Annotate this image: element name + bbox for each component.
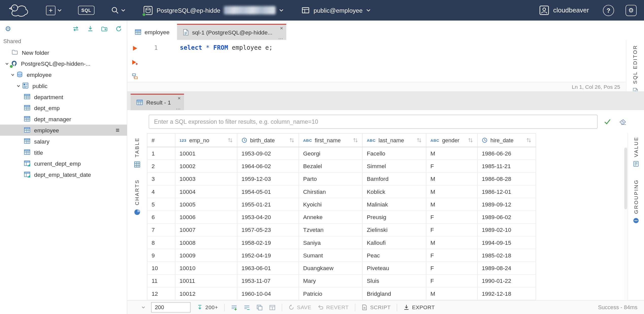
grid-cell[interactable]: Bamford — [363, 172, 426, 185]
grid-cell[interactable]: Bridgland — [363, 287, 426, 300]
tree-item-schema-public[interactable]: public — [0, 80, 127, 91]
delete-row-icon[interactable] — [243, 304, 250, 311]
tree-item-table-title[interactable]: title — [0, 147, 127, 158]
refresh-results-button[interactable] — [134, 304, 145, 310]
column-header-birth_date[interactable]: birth_date — [237, 133, 299, 147]
grid-cell[interactable]: Peac — [363, 249, 426, 262]
grid-cell[interactable]: M — [426, 185, 478, 198]
tab-employee[interactable]: employee — [127, 24, 177, 40]
connection-selector[interactable]: PostgreSQL@ep-hidde — [143, 6, 283, 15]
tab-table-view[interactable]: TABLE — [134, 137, 141, 167]
grid-cell[interactable]: Sluis — [363, 274, 426, 287]
column-header-first_name[interactable]: ABCfirst_name — [299, 133, 362, 147]
grid-cell[interactable]: 10008 — [175, 236, 237, 249]
grid-cell[interactable]: 1994-09-15 — [478, 236, 536, 249]
grid-cell[interactable]: M — [426, 236, 478, 249]
export-button[interactable]: EXPORT — [403, 304, 435, 310]
tree-item-table-department[interactable]: department — [0, 91, 127, 102]
grid-cell[interactable]: 1958-02-19 — [237, 236, 299, 249]
tree-item-database-employee[interactable]: employee — [0, 69, 127, 80]
column-header-emp_no[interactable]: 123emp_no — [175, 133, 237, 147]
sort-icon[interactable] — [468, 138, 473, 143]
grid-cell[interactable]: 1957-05-23 — [237, 223, 299, 236]
navigator-settings-button[interactable]: ⚙ — [5, 24, 11, 33]
search-button[interactable] — [111, 6, 125, 14]
grid-cell[interactable]: 1964-06-02 — [237, 160, 299, 172]
tree-item-new-folder[interactable]: New folder — [0, 47, 127, 58]
tab-value-panel[interactable]: VALUE — [633, 136, 639, 167]
grid-cell[interactable]: 1990-01-22 — [478, 274, 536, 287]
sort-icon[interactable] — [289, 138, 294, 143]
row-number-cell[interactable]: 10 — [147, 262, 175, 274]
row-limit-input[interactable] — [151, 302, 191, 313]
grid-cell[interactable]: Chirstian — [299, 185, 362, 198]
tab-more-icon[interactable]: … — [278, 34, 283, 40]
row-number-cell[interactable]: 4 — [147, 185, 175, 198]
schema-selector[interactable]: public@employee — [302, 6, 371, 14]
grid-cell[interactable]: 10012 — [175, 287, 237, 300]
row-number-cell[interactable]: 2 — [147, 160, 175, 172]
grid-cell[interactable]: F — [426, 262, 478, 274]
tab-grouping-panel[interactable]: GROUPING — [633, 179, 639, 224]
grid-cell[interactable]: 1989-08-24 — [478, 262, 536, 274]
grid-cell[interactable]: Kalloufi — [363, 236, 426, 249]
tree-item-view-dept-emp-latest-date[interactable]: dept_emp_latest_date — [0, 169, 127, 180]
apply-filter-icon[interactable] — [604, 119, 611, 125]
tree-item-view-current-dept-emp[interactable]: current_dept_emp — [0, 158, 127, 169]
help-button[interactable]: ? — [603, 5, 614, 16]
grid-cell[interactable]: Saniya — [299, 236, 362, 249]
grid-cell[interactable]: Parto — [299, 172, 362, 185]
add-row-icon[interactable] — [231, 304, 237, 311]
grid-cell[interactable]: Anneke — [299, 211, 362, 223]
script-button[interactable]: SCRIPT — [362, 304, 391, 310]
grid-cell[interactable]: Bezalel — [299, 160, 362, 172]
chevron-expanded-icon[interactable] — [11, 73, 15, 77]
chevron-expanded-icon[interactable] — [16, 84, 21, 88]
execute-script-button[interactable] — [131, 59, 138, 65]
row-number-cell[interactable]: 1 — [147, 147, 175, 160]
tree-item-table-salary[interactable]: salary — [0, 136, 127, 147]
grid-cell[interactable]: Maliniak — [363, 198, 426, 211]
row-number-header[interactable]: # — [147, 133, 175, 147]
grid-cell[interactable]: Simmel — [363, 160, 426, 172]
add-folder-icon[interactable] — [101, 26, 108, 32]
close-tab-icon[interactable]: × — [178, 95, 181, 101]
filter-input[interactable] — [149, 115, 598, 129]
grid-cell[interactable]: 1985-02-18 — [478, 249, 536, 262]
column-header-last_name[interactable]: ABClast_name — [363, 133, 426, 147]
row-number-cell[interactable]: 6 — [147, 211, 175, 223]
grid-cell[interactable]: Facello — [363, 147, 426, 160]
duplicate-row-icon[interactable] — [256, 304, 263, 311]
grid-cell[interactable]: M — [426, 172, 478, 185]
grid-cell[interactable]: F — [426, 223, 478, 236]
grid-cell[interactable]: 1955-01-21 — [237, 198, 299, 211]
execution-plan-button[interactable] — [132, 73, 138, 79]
tree-item-table-employee[interactable]: employee ≡ — [0, 125, 127, 136]
grid-cell[interactable]: Patricio — [299, 287, 362, 300]
grid-cell[interactable]: Koblick — [363, 185, 426, 198]
grid-cell[interactable]: M — [426, 147, 478, 160]
grid-cell[interactable]: 10001 — [175, 147, 237, 160]
grid-cell[interactable]: M — [426, 287, 478, 300]
settings-button[interactable]: ⚙ — [626, 5, 637, 16]
grid-cell[interactable]: 10011 — [175, 274, 237, 287]
row-number-cell[interactable]: 12 — [147, 287, 175, 300]
grid-cell[interactable]: 1953-04-20 — [237, 211, 299, 223]
column-header-hire_date[interactable]: hire_date — [478, 133, 536, 147]
row-number-cell[interactable]: 9 — [147, 249, 175, 262]
row-number-cell[interactable]: 8 — [147, 236, 175, 249]
grid-cell[interactable]: Sumant — [299, 249, 362, 262]
tab-more-icon[interactable]: … — [176, 105, 181, 111]
sort-icon[interactable] — [526, 138, 532, 143]
sync-connections-icon[interactable] — [72, 26, 80, 32]
grid-cell[interactable]: 10006 — [175, 211, 237, 223]
grid-cell[interactable]: M — [426, 198, 478, 211]
close-tab-icon[interactable]: × — [280, 25, 283, 31]
grid-cell[interactable]: 10007 — [175, 223, 237, 236]
grid-cell[interactable]: 10010 — [175, 262, 237, 274]
execute-query-button[interactable] — [132, 45, 138, 51]
grid-cell[interactable]: Georgi — [299, 147, 362, 160]
grid-cell[interactable]: F — [426, 274, 478, 287]
grid-cell[interactable]: Tzvetan — [299, 223, 362, 236]
grid-cell[interactable]: 1985-11-21 — [478, 160, 536, 172]
